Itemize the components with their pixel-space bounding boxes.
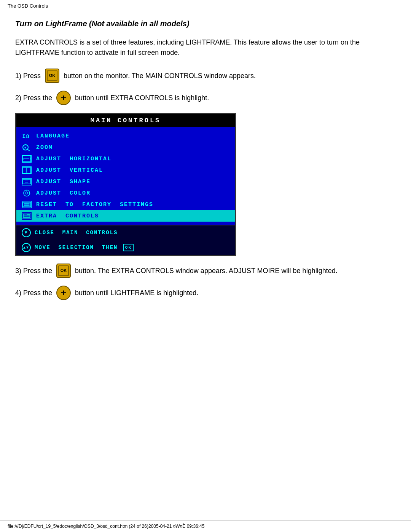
- osd-move-label: MOVE SELECTION THEN: [35, 244, 118, 251]
- osd-title: MAIN CONTROLS: [16, 114, 235, 127]
- step-4-before: Press the: [23, 288, 54, 299]
- plus-icon-2: [56, 91, 71, 105]
- step-3: 3) Press the button. The EXTRA CONTROLS …: [15, 264, 396, 278]
- reset-icon: [22, 201, 32, 208]
- ok-icon-3: [56, 264, 71, 278]
- osd-label-horizontal: ADJUST HORIZONTAL: [36, 156, 112, 162]
- plus-icon-4: [56, 286, 71, 300]
- osd-label-vertical: ADJUST VERTICAL: [36, 167, 103, 174]
- ok-icon-1: [45, 69, 59, 83]
- osd-item-zoom: + ZOOM: [16, 142, 235, 153]
- svg-point-16: [25, 192, 28, 194]
- footer-ok-icon: OK: [123, 244, 134, 251]
- step-3-before: Press the: [23, 265, 54, 276]
- step-2-after: button until EXTRA CONTROLS is highlight…: [73, 93, 209, 104]
- step-1: 1) Press button on the monitor. The MAIN…: [15, 69, 396, 83]
- osd-label-extra: EXTRA CONTROLS: [36, 213, 99, 219]
- step-1-number: 1): [15, 70, 23, 81]
- osd-item-shape: ADJUST SHAPE: [16, 176, 235, 187]
- osd-close-label: CLOSE MAIN CONTROLS: [35, 230, 118, 236]
- osd-label-shape: ADJUST SHAPE: [36, 179, 91, 185]
- color-icon: [22, 189, 32, 197]
- step-2: 2) Press the button until EXTRA CONTROLS…: [15, 91, 396, 105]
- lang-icon: ΣΩ: [22, 132, 32, 140]
- osd-label-zoom: ZOOM: [36, 144, 53, 151]
- vert-icon: [22, 166, 32, 174]
- osd-item-reset: RESET TO FACTORY SETTINGS: [16, 199, 235, 210]
- svg-text:+: +: [24, 146, 27, 150]
- step-1-before: Press: [23, 70, 43, 81]
- osd-label-color: ADJUST COLOR: [36, 190, 91, 197]
- osd-move-item: ▲▼ MOVE SELECTION THEN OK: [16, 240, 235, 255]
- step-4-after: button until LIGHTFRAME is highlighted.: [73, 288, 198, 299]
- svg-rect-23: [23, 214, 30, 218]
- osd-label-reset: RESET TO FACTORY SETTINGS: [36, 201, 153, 208]
- step-3-number: 3): [15, 265, 23, 276]
- osd-item-extra: EXTRA CONTROLS: [16, 210, 235, 222]
- step-2-text: 2) Press the button until EXTRA CONTROLS…: [15, 91, 396, 105]
- main-content: Turn on LightFrame (Not available in all…: [0, 12, 411, 323]
- close-circle-icon: ▼: [22, 228, 31, 237]
- bottom-bar: file:///D|/EDFU/crt_19_5/edoc/english/OS…: [0, 520, 411, 532]
- top-bar-label: The OSD Controls: [8, 3, 48, 9]
- step-4: 4) Press the button until LIGHTFRAME is …: [15, 286, 396, 300]
- step-4-text: 4) Press the button until LIGHTFRAME is …: [15, 286, 396, 300]
- svg-text:ΣΩ: ΣΩ: [22, 134, 30, 139]
- osd-item-language: ΣΩ LANGUAGE: [16, 130, 235, 142]
- zoom-icon: +: [22, 144, 32, 151]
- horiz-icon: [22, 155, 32, 163]
- extra-icon: [22, 212, 32, 220]
- osd-label-language: LANGUAGE: [36, 133, 70, 139]
- osd-item-color: ADJUST COLOR: [16, 187, 235, 199]
- shape-icon: [22, 178, 32, 185]
- step-3-after: button. The EXTRA CONTROLS window appear…: [73, 265, 338, 276]
- move-up-icon: ▲▼: [22, 243, 31, 252]
- step-1-after: button on the monitor. The MAIN CONTROLS…: [62, 70, 256, 81]
- step-3-text: 3) Press the button. The EXTRA CONTROLS …: [15, 264, 396, 278]
- step-4-number: 4): [15, 288, 23, 299]
- svg-line-2: [27, 149, 30, 151]
- step-2-number: 2): [15, 93, 23, 104]
- bottom-bar-text: file:///D|/EDFU/crt_19_5/edoc/english/OS…: [8, 524, 204, 529]
- step-2-before: Press the: [23, 93, 54, 104]
- top-bar: The OSD Controls: [0, 0, 411, 12]
- step-1-text: 1) Press button on the monitor. The MAIN…: [15, 69, 396, 83]
- page-title: Turn on LightFrame (Not available in all…: [15, 19, 396, 28]
- osd-menu: ΣΩ LANGUAGE + ZOOM: [16, 127, 235, 225]
- osd-footer: ▼ CLOSE MAIN CONTROLS ▲▼ MOVE SELECTION …: [16, 225, 235, 255]
- osd-close-item: ▼ CLOSE MAIN CONTROLS: [16, 225, 235, 240]
- svg-rect-12: [23, 179, 30, 184]
- intro-text: EXTRA CONTROLS is a set of three feature…: [15, 37, 396, 58]
- osd-item-vertical: ADJUST VERTICAL: [16, 165, 235, 176]
- osd-item-horizontal: ADJUST HORIZONTAL: [16, 153, 235, 165]
- osd-screen: MAIN CONTROLS ΣΩ LANGUAGE +: [15, 113, 236, 256]
- move-icons: ▲▼: [22, 243, 31, 252]
